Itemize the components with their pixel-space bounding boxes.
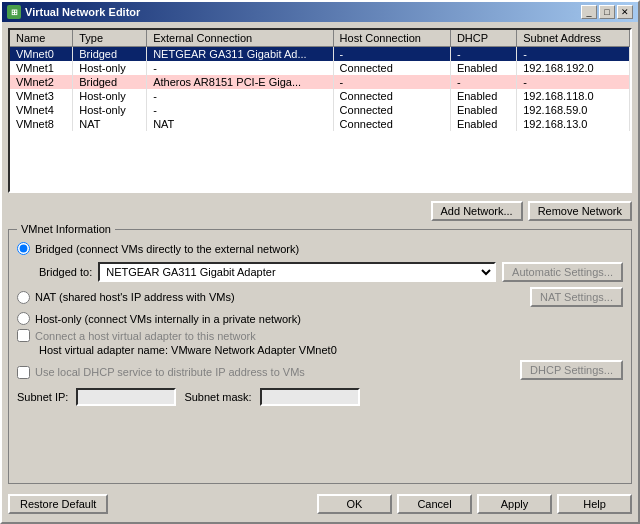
table-cell: Enabled (450, 117, 516, 131)
table-row[interactable]: VMnet4Host-only-ConnectedEnabled192.168.… (10, 103, 630, 117)
table-row[interactable]: VMnet8NATNATConnectedEnabled192.168.13.0 (10, 117, 630, 131)
col-type: Type (73, 30, 147, 47)
host-only-radio[interactable] (17, 312, 30, 325)
table-cell: Atheros AR8151 PCI-E Giga... (147, 75, 333, 89)
bridged-to-label: Bridged to: (39, 266, 92, 278)
connect-adapter-checkbox[interactable] (17, 329, 30, 342)
table-cell: - (333, 75, 450, 89)
table-cell: Host-only (73, 103, 147, 117)
bridged-radio[interactable] (17, 242, 30, 255)
table-cell: Enabled (450, 61, 516, 75)
table-cell: - (517, 75, 630, 89)
minimize-button[interactable]: _ (581, 5, 597, 19)
table-cell: - (517, 47, 630, 62)
bottom-right-buttons: OK Cancel Apply Help (317, 494, 632, 514)
bridged-to-select[interactable]: NETGEAR GA311 Gigabit Adapter (98, 262, 496, 282)
table-cell: Enabled (450, 103, 516, 117)
network-button-row: Add Network... Remove Network (8, 199, 632, 223)
bridged-radio-row: Bridged (connect VMs directly to the ext… (17, 242, 623, 255)
table-cell: Bridged (73, 75, 147, 89)
subnet-mask-label: Subnet mask: (184, 391, 251, 403)
table-cell: Connected (333, 61, 450, 75)
table-cell: VMnet1 (10, 61, 73, 75)
table-cell: 192.168.13.0 (517, 117, 630, 131)
table-cell: Connected (333, 103, 450, 117)
table-cell: VMnet0 (10, 47, 73, 62)
add-network-button[interactable]: Add Network... (431, 201, 523, 221)
bridged-label[interactable]: Bridged (connect VMs directly to the ext… (35, 243, 299, 255)
virtual-network-editor-window: ⊞ Virtual Network Editor _ □ ✕ Name Type… (0, 0, 640, 524)
dhcp-checkbox[interactable] (17, 366, 30, 379)
table-cell: Host-only (73, 61, 147, 75)
window-title: Virtual Network Editor (25, 6, 140, 18)
table-cell: - (333, 47, 450, 62)
nat-radio-row: NAT (shared host's IP address with VMs) … (17, 287, 623, 307)
subnet-ip-input[interactable] (76, 388, 176, 406)
table-cell: - (147, 89, 333, 103)
col-name: Name (10, 30, 73, 47)
bottom-button-bar: Restore Default OK Cancel Apply Help (8, 490, 632, 516)
ok-button[interactable]: OK (317, 494, 392, 514)
nat-radio[interactable] (17, 291, 30, 304)
table-cell: VMnet4 (10, 103, 73, 117)
nat-label[interactable]: NAT (shared host's IP address with VMs) (35, 291, 235, 303)
table-cell: - (450, 47, 516, 62)
table-cell: VMnet3 (10, 89, 73, 103)
vmnet-info-panel: VMnet Information Bridged (connect VMs d… (8, 229, 632, 484)
table-cell: 192.168.59.0 (517, 103, 630, 117)
adapter-name-label: Host virtual adapter name: VMware Networ… (39, 344, 337, 356)
table-cell: - (147, 103, 333, 117)
col-external: External Connection (147, 30, 333, 47)
table-cell: Enabled (450, 89, 516, 103)
col-subnet: Subnet Address (517, 30, 630, 47)
table-cell: Bridged (73, 47, 147, 62)
app-icon: ⊞ (7, 5, 21, 19)
host-only-radio-row: Host-only (connect VMs internally in a p… (17, 312, 623, 325)
close-button[interactable]: ✕ (617, 5, 633, 19)
cancel-button[interactable]: Cancel (397, 494, 472, 514)
dhcp-settings-button[interactable]: DHCP Settings... (520, 360, 623, 380)
table-cell: NAT (147, 117, 333, 131)
adapter-name-row: Host virtual adapter name: VMware Networ… (39, 344, 623, 356)
title-bar-buttons: _ □ ✕ (581, 5, 633, 19)
col-host: Host Connection (333, 30, 450, 47)
table-cell: 192.168.192.0 (517, 61, 630, 75)
restore-default-button[interactable]: Restore Default (8, 494, 108, 514)
subnet-ip-label: Subnet IP: (17, 391, 68, 403)
col-dhcp: DHCP (450, 30, 516, 47)
table-cell: Host-only (73, 89, 147, 103)
subnet-mask-input[interactable] (260, 388, 360, 406)
table-row[interactable]: VMnet3Host-only-ConnectedEnabled192.168.… (10, 89, 630, 103)
connect-adapter-row: Connect a host virtual adapter to this n… (17, 329, 623, 342)
table-cell: Connected (333, 89, 450, 103)
table-cell: NETGEAR GA311 Gigabit Ad... (147, 47, 333, 62)
table-row[interactable]: VMnet1Host-only-ConnectedEnabled192.168.… (10, 61, 630, 75)
title-bar: ⊞ Virtual Network Editor _ □ ✕ (2, 2, 638, 22)
help-button[interactable]: Help (557, 494, 632, 514)
vmnet-info-legend: VMnet Information (17, 223, 115, 235)
network-table-container: Name Type External Connection Host Conne… (8, 28, 632, 193)
network-table: Name Type External Connection Host Conne… (10, 30, 630, 131)
table-cell: - (147, 61, 333, 75)
nat-settings-button[interactable]: NAT Settings... (530, 287, 623, 307)
automatic-settings-button[interactable]: Automatic Settings... (502, 262, 623, 282)
bridged-to-row: Bridged to: NETGEAR GA311 Gigabit Adapte… (39, 262, 623, 282)
dhcp-label[interactable]: Use local DHCP service to distribute IP … (35, 366, 305, 378)
table-row[interactable]: VMnet2BridgedAtheros AR8151 PCI-E Giga..… (10, 75, 630, 89)
connect-adapter-label[interactable]: Connect a host virtual adapter to this n… (35, 330, 256, 342)
table-cell: - (450, 75, 516, 89)
table-cell: Connected (333, 117, 450, 131)
host-only-label[interactable]: Host-only (connect VMs internally in a p… (35, 313, 301, 325)
dhcp-row: Use local DHCP service to distribute IP … (17, 366, 305, 379)
table-row[interactable]: VMnet0BridgedNETGEAR GA311 Gigabit Ad...… (10, 47, 630, 62)
window-body: Name Type External Connection Host Conne… (2, 22, 638, 522)
maximize-button[interactable]: □ (599, 5, 615, 19)
subnet-row: Subnet IP: Subnet mask: (17, 388, 623, 406)
apply-button[interactable]: Apply (477, 494, 552, 514)
table-cell: NAT (73, 117, 147, 131)
table-cell: 192.168.118.0 (517, 89, 630, 103)
table-cell: VMnet2 (10, 75, 73, 89)
connection-type-group: Bridged (connect VMs directly to the ext… (17, 242, 623, 325)
table-cell: VMnet8 (10, 117, 73, 131)
remove-network-button[interactable]: Remove Network (528, 201, 632, 221)
